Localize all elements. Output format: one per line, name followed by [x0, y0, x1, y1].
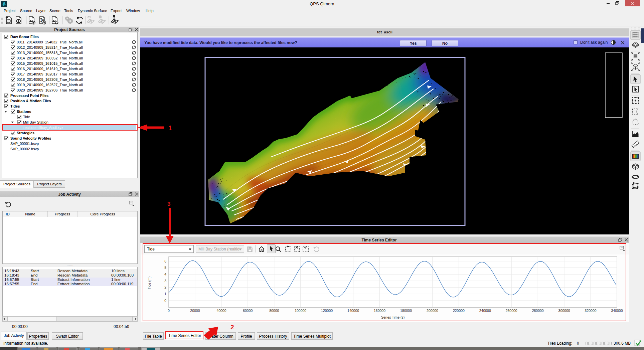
svg-text:✻: ✻	[40, 20, 42, 23]
svg-text:2: 2	[230, 324, 234, 331]
svg-text:1: 1	[168, 124, 172, 132]
